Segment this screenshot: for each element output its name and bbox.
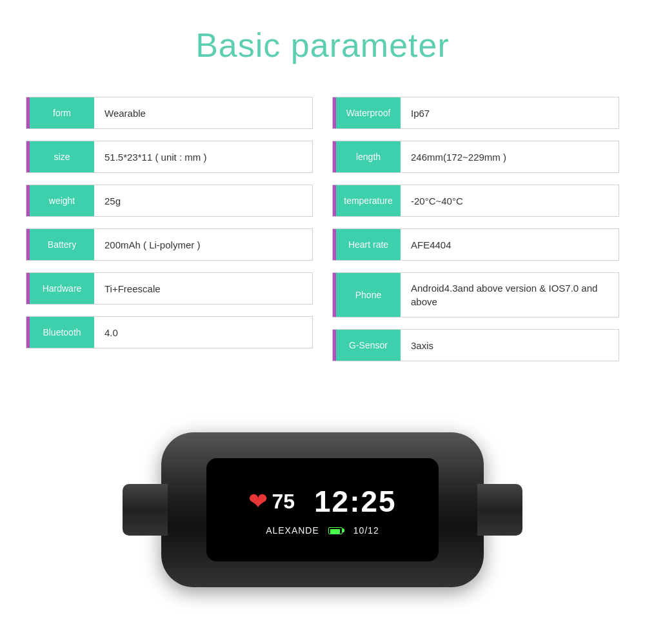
device-section: ❤ 75 12:25 ALEXANDE 10/12 xyxy=(0,400,645,632)
param-label: Hardware xyxy=(30,273,94,304)
screen-top: ❤ 75 12:25 xyxy=(217,484,428,519)
device-date: 10/12 xyxy=(353,525,379,536)
param-value: 51.5*23*11 ( unit : mm ) xyxy=(94,141,312,172)
param-row-right-0: Waterproof Ip67 xyxy=(332,97,619,129)
param-label: Waterproof xyxy=(336,97,401,128)
param-row-right-1: length 246mm(172~229mm ) xyxy=(332,141,619,173)
param-label: temperature xyxy=(336,185,401,216)
heart-section: ❤ 75 xyxy=(248,490,295,514)
param-label-wrapper: Heart rate xyxy=(333,229,401,260)
param-label: form xyxy=(30,97,94,128)
param-label-wrapper: Waterproof xyxy=(333,97,401,128)
right-column: Waterproof Ip67 length 246mm(172~229mm )… xyxy=(332,97,619,361)
param-value: 3axis xyxy=(401,330,619,361)
param-value: AFE4404 xyxy=(401,229,619,260)
param-label: Phone xyxy=(336,273,401,317)
screen-bottom: ALEXANDE 10/12 xyxy=(266,525,379,536)
heart-icon: ❤ xyxy=(248,490,268,513)
param-label-wrapper: temperature xyxy=(333,185,401,216)
battery-icon xyxy=(328,527,344,534)
param-label-wrapper: size xyxy=(26,141,94,172)
param-label-wrapper: Bluetooth xyxy=(26,317,94,348)
param-value: Ti+Freescale xyxy=(94,273,312,304)
param-value: 25g xyxy=(94,185,312,216)
battery-body xyxy=(328,527,342,534)
param-label: Heart rate xyxy=(336,229,401,260)
param-row-right-4: Phone Android4.3and above version & IOS7… xyxy=(332,272,619,317)
param-label-wrapper: Phone xyxy=(333,273,401,317)
param-value: 246mm(172~229mm ) xyxy=(401,141,619,172)
param-label: size xyxy=(30,141,94,172)
band-right-strap xyxy=(477,484,522,536)
param-value: Android4.3and above version & IOS7.0 and… xyxy=(401,273,619,317)
param-row-right-5: G-Sensor 3axis xyxy=(332,329,619,361)
band-left-strap xyxy=(123,484,168,536)
page-title: Basic parameter xyxy=(0,0,645,97)
param-label-wrapper: G-Sensor xyxy=(333,330,401,361)
heart-rate-display: 75 xyxy=(272,490,295,514)
device-screen: ❤ 75 12:25 ALEXANDE 10/12 xyxy=(206,458,439,561)
param-label-wrapper: Battery xyxy=(26,229,94,260)
param-row-right-3: Heart rate AFE4404 xyxy=(332,228,619,261)
param-label: length xyxy=(336,141,401,172)
param-label-wrapper: Hardware xyxy=(26,273,94,304)
param-label: weight xyxy=(30,185,94,216)
param-value: 4.0 xyxy=(94,317,312,348)
time-display: 12:25 xyxy=(314,484,397,519)
param-label: G-Sensor xyxy=(336,330,401,361)
device-wrapper: ❤ 75 12:25 ALEXANDE 10/12 xyxy=(142,413,503,607)
band-body: ❤ 75 12:25 ALEXANDE 10/12 xyxy=(161,432,484,587)
device-name: ALEXANDE xyxy=(266,525,319,536)
param-row-left-4: Hardware Ti+Freescale xyxy=(26,272,313,305)
param-value: 200mAh ( Li-polymer ) xyxy=(94,229,312,260)
param-label: Battery xyxy=(30,229,94,260)
param-row-left-0: form Wearable xyxy=(26,97,313,129)
param-row-left-5: Bluetooth 4.0 xyxy=(26,316,313,348)
param-row-left-1: size 51.5*23*11 ( unit : mm ) xyxy=(26,141,313,173)
param-value: Ip67 xyxy=(401,97,619,128)
param-label: Bluetooth xyxy=(30,317,94,348)
left-column: form Wearable size 51.5*23*11 ( unit : m… xyxy=(26,97,313,361)
param-label-wrapper: length xyxy=(333,141,401,172)
param-label-wrapper: form xyxy=(26,97,94,128)
params-section: form Wearable size 51.5*23*11 ( unit : m… xyxy=(0,97,645,361)
param-row-left-2: weight 25g xyxy=(26,185,313,217)
battery-fill xyxy=(330,529,340,534)
param-label-wrapper: weight xyxy=(26,185,94,216)
battery-tip xyxy=(342,528,344,532)
param-value: Wearable xyxy=(94,97,312,128)
param-value: -20°C~40°C xyxy=(401,185,619,216)
param-row-left-3: Battery 200mAh ( Li-polymer ) xyxy=(26,228,313,261)
param-row-right-2: temperature -20°C~40°C xyxy=(332,185,619,217)
